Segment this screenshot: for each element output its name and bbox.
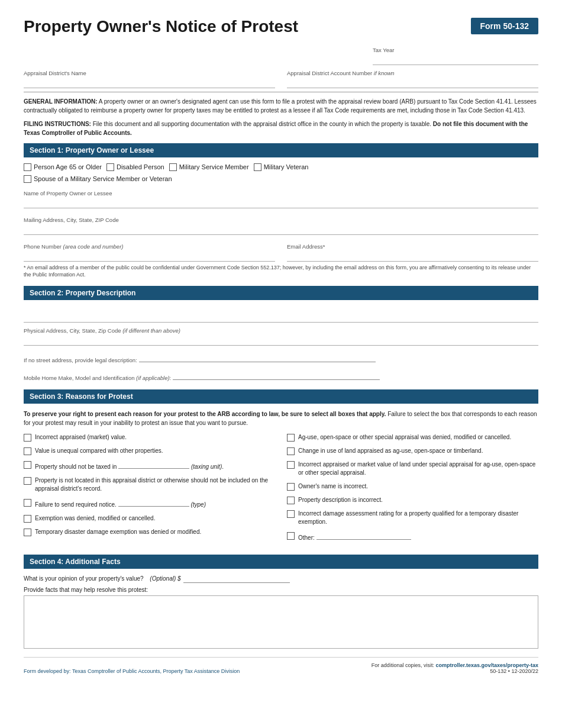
- form-number-badge: Form 50-132: [471, 18, 538, 34]
- reason-not-taxed: Property should not be taxed in (taxing …: [24, 460, 275, 471]
- cb-aguse[interactable]: [287, 434, 295, 442]
- reason-property-desc-text: Property description is incorrect.: [298, 496, 383, 504]
- reason-not-located: Property is not located in this appraisa…: [24, 476, 275, 493]
- section3-header: Section 3: Reasons for Protest: [24, 389, 538, 404]
- general-info-block: GENERAL INFORMATION: A property owner or…: [24, 97, 538, 115]
- cb-owner-name[interactable]: [287, 483, 295, 491]
- reason-aguse: Ag-use, open-space or other special appr…: [287, 433, 538, 442]
- mobile-home-input[interactable]: [173, 372, 380, 380]
- appraisal-account-label: Appraisal District Account Number if kno…: [287, 70, 538, 76]
- appraisal-district-name-label: Appraisal District's Name: [24, 70, 275, 76]
- notice-type-input[interactable]: [118, 498, 189, 507]
- physical-address-input[interactable]: [24, 335, 538, 346]
- section3-intro: To preserve your right to present each r…: [24, 410, 538, 427]
- cb-military-veteran[interactable]: [254, 163, 261, 171]
- taxing-unit-input[interactable]: [118, 460, 189, 469]
- reason-other-text: Other:: [298, 531, 411, 542]
- legal-description-label: If no street address, provide legal desc…: [24, 357, 137, 363]
- footer-copy-url: comptroller.texas.gov/taxes/property-tax: [435, 662, 538, 668]
- checkbox-military-veteran: Military Veteran: [254, 163, 309, 171]
- mailing-address-label: Mailing Address, City, State, ZIP Code: [24, 217, 538, 223]
- reason-incorrect-market: Incorrect appraised or market value of l…: [287, 460, 538, 477]
- cb-other[interactable]: [287, 532, 295, 540]
- checkbox-disabled: Disabled Person: [106, 163, 164, 171]
- cb-spouse[interactable]: [24, 175, 31, 183]
- physical-address-field: Physical Address, City, State, Zip Code …: [24, 327, 538, 346]
- page-header: Property Owner's Notice of Protest Form …: [24, 18, 538, 36]
- reason-property-desc: Property description is incorrect.: [287, 496, 538, 504]
- cb-disaster[interactable]: [24, 529, 31, 536]
- checkbox-person-65: Person Age 65 or Older: [24, 163, 102, 171]
- reason-change-use-text: Change in use of land appraised as ag-us…: [298, 447, 483, 455]
- reason-owner-name: Owner's name is incorrect.: [287, 482, 538, 491]
- cb-property-desc[interactable]: [287, 497, 295, 504]
- tax-year-input[interactable]: [373, 54, 538, 65]
- opinion-label: What is your opinion of your property's …: [24, 575, 144, 582]
- section3-intro-bold: To preserve your right to present each r…: [24, 411, 386, 417]
- reasons-grid: Incorrect appraised (market) value. Valu…: [24, 433, 538, 547]
- phone-input[interactable]: [24, 251, 275, 262]
- reason-disaster-text: Temporary disaster damage exemption was …: [35, 528, 201, 536]
- opinion-optional-label: (Optional) $: [150, 575, 180, 582]
- section1-checkbox-row2: Spouse of a Military Service Member or V…: [24, 175, 538, 183]
- owner-name-label: Name of Property Owner or Lessee: [24, 190, 538, 197]
- reasons-right-col: Ag-use, open-space or other special appr…: [287, 433, 538, 547]
- cb-person-65[interactable]: [24, 163, 31, 171]
- general-info-text: A property owner or an owner's designate…: [24, 98, 537, 114]
- section4-block: Section 4: Additional Facts What is your…: [24, 555, 538, 649]
- cb-change-use[interactable]: [287, 447, 295, 455]
- reasons-left-col: Incorrect appraised (market) value. Valu…: [24, 433, 275, 547]
- owner-name-input[interactable]: [24, 198, 538, 208]
- cb-damage-rating[interactable]: [287, 510, 295, 518]
- email-input[interactable]: [287, 251, 538, 262]
- filing-instructions-label: FILING INSTRUCTIONS:: [24, 121, 91, 127]
- appraisal-account-input[interactable]: [287, 78, 538, 88]
- cb-exemption[interactable]: [24, 515, 31, 523]
- legal-description-input[interactable]: [139, 354, 376, 362]
- mailing-address-input[interactable]: [24, 224, 538, 235]
- reason-disaster: Temporary disaster damage exemption was …: [24, 528, 275, 536]
- phone-field: Phone Number (area code and number): [24, 243, 275, 262]
- cb-person-65-label: Person Age 65 or Older: [34, 163, 102, 170]
- other-input[interactable]: [316, 531, 411, 540]
- filing-instructions-block: FILING INSTRUCTIONS: File this document …: [24, 120, 538, 137]
- opinion-value-input[interactable]: [183, 575, 290, 583]
- phone-email-row: Phone Number (area code and number) Emai…: [24, 243, 538, 262]
- facts-textarea[interactable]: [24, 595, 538, 649]
- reason-owner-name-text: Owner's name is incorrect.: [298, 482, 368, 491]
- cb-failure-notice[interactable]: [24, 499, 31, 507]
- reason-not-located-text: Property is not located in this appraisa…: [35, 476, 275, 493]
- opinion-row: What is your opinion of your property's …: [24, 575, 538, 583]
- cb-military-member-label: Military Service Member: [179, 163, 249, 170]
- cb-disabled[interactable]: [106, 163, 114, 171]
- cb-not-located[interactable]: [24, 477, 31, 485]
- section1-header: Section 1: Property Owner or Lessee: [24, 143, 538, 157]
- reason-exemption-text: Exemption was denied, modified or cancel…: [35, 514, 155, 523]
- district-fields-row: Appraisal District's Name Appraisal Dist…: [24, 70, 538, 88]
- cb-unequal[interactable]: [24, 447, 31, 455]
- footer-left-text: Form developed by: Texas Comptroller of …: [24, 668, 240, 674]
- cb-disabled-label: Disabled Person: [117, 163, 164, 170]
- cb-incorrect-value[interactable]: [24, 434, 31, 442]
- checkbox-military-member: Military Service Member: [169, 163, 249, 171]
- reason-incorrect-value-text: Incorrect appraised (market) value.: [35, 433, 127, 442]
- checkbox-spouse: Spouse of a Military Service Member or V…: [24, 175, 172, 183]
- reason-failure-notice-text: Failure to send required notice. (type): [35, 498, 206, 509]
- property-desc-blank-space: [24, 306, 538, 323]
- email-label: Email Address*: [287, 243, 538, 250]
- section1-block: Section 1: Property Owner or Lessee Pers…: [24, 143, 538, 279]
- page-footer: Form developed by: Texas Comptroller of …: [24, 657, 538, 674]
- tax-year-label: Tax Year: [373, 47, 538, 53]
- reason-unequal: Value is unequal compared with other pro…: [24, 447, 275, 455]
- reason-other: Other:: [287, 531, 538, 542]
- cb-incorrect-market[interactable]: [287, 461, 295, 469]
- reason-not-taxed-text: Property should not be taxed in (taxing …: [35, 460, 224, 471]
- appraisal-district-name-input[interactable]: [24, 78, 275, 88]
- cb-military-member[interactable]: [169, 163, 177, 171]
- section3-block: Section 3: Reasons for Protest To preser…: [24, 389, 538, 547]
- section4-header: Section 4: Additional Facts: [24, 555, 538, 569]
- reason-incorrect-market-text: Incorrect appraised or market value of l…: [298, 460, 538, 477]
- provide-facts-label: Provide facts that may help resolve this…: [24, 587, 538, 593]
- email-footnote: * An email address of a member of the pu…: [24, 264, 538, 279]
- cb-not-taxed[interactable]: [24, 461, 31, 469]
